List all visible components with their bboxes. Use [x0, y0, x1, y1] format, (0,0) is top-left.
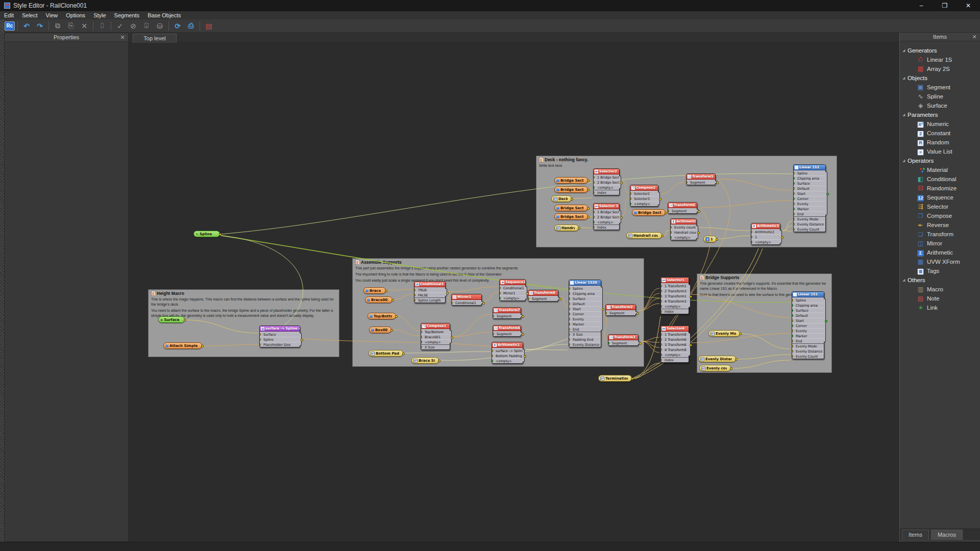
bridge-section004-node[interactable]: Bridge Section004 — [554, 186, 588, 193]
menu-options[interactable]: Options — [62, 12, 89, 19]
spline-node[interactable]: ∿Spline — [193, 231, 220, 237]
box001-node[interactable]: Box001 — [369, 327, 391, 333]
toolbar-grip[interactable] — [0, 19, 4, 33]
bridge-section001-node[interactable]: Bridge Section001 — [554, 177, 588, 184]
termination-node[interactable]: X²Termination — [598, 375, 632, 382]
items-item-compose[interactable]: ❒Compose — [900, 211, 980, 220]
check-style-button[interactable]: ✓ — [114, 20, 126, 32]
items-section-parameters[interactable]: ◢Parameters — [900, 110, 980, 119]
compose1-node[interactable]: ❒Compose1Top/BottomBrace001<empty>X Size — [421, 323, 450, 350]
delete-button[interactable]: ✕ — [78, 20, 90, 32]
items-item-constant[interactable]: 2Constant — [900, 129, 980, 138]
collapse-icon[interactable]: ◢ — [902, 278, 908, 282]
items-item-macro[interactable]: ▥Macro — [900, 285, 980, 294]
copy-button[interactable]: ⧉ — [52, 20, 64, 32]
collapse-icon[interactable]: ◢ — [902, 48, 908, 53]
items-item-value-list[interactable]: ≡Value List — [900, 147, 980, 156]
selector4-node[interactable]: ≔Selector41 Transform82 Transform63 Tran… — [660, 325, 689, 363]
brace-node[interactable]: Brace — [363, 287, 386, 294]
items-item-random[interactable]: RRandom — [900, 138, 980, 147]
notes-button[interactable]: ▤ — [203, 20, 215, 32]
items-item-arithmetic[interactable]: ΣArithmetic — [900, 248, 980, 257]
constant1-node[interactable]: 21 — [703, 236, 717, 242]
bridge-section006-node[interactable]: Bridge Section006 — [554, 213, 588, 220]
collapse-icon[interactable]: ◢ — [902, 113, 908, 117]
items-item-randomize[interactable]: ⚄Randomize — [900, 184, 980, 193]
title-bar[interactable]: Style Editor - RailClone001 –❐✕ — [0, 0, 980, 11]
items-item-mirror[interactable]: ◫Mirror — [900, 239, 980, 248]
mirror1-node[interactable]: ◫Mirror1Conditional1 — [451, 294, 482, 306]
items-item-reverse[interactable]: ↞Reverse — [900, 220, 980, 230]
menu-edit[interactable]: Edit — [0, 12, 18, 19]
items-item-uvw-xform[interactable]: ▦UVW XForm — [900, 257, 980, 266]
items-item-spline[interactable]: ∿Spline — [900, 92, 980, 101]
node-canvas[interactable]: Deck - nothing fancy.Write text hereHeig… — [129, 33, 899, 542]
transform8-node[interactable]: ◳Transform8Segment — [528, 290, 558, 302]
export-button[interactable]: ⎙ — [185, 20, 197, 32]
properties-header[interactable]: Properties ✕ — [5, 33, 128, 42]
collapse-button[interactable]: ⍗ — [140, 20, 153, 32]
transform2-node[interactable]: ◳Transform2Segment — [605, 304, 636, 316]
handrail-count-mult-node[interactable]: X²Handrail count mult — [626, 232, 662, 239]
deck-param-node[interactable]: X²Deck — [551, 195, 572, 202]
items-section-objects[interactable]: ◢Objects — [900, 73, 980, 83]
collapse-icon[interactable]: ◢ — [902, 159, 908, 163]
selector3-node[interactable]: ≔Selector 31 Bridge Sectio2 Bridge Secti… — [593, 203, 620, 230]
brace-size-node[interactable]: X²Brace Size — [411, 357, 439, 364]
menu-select[interactable]: Select — [18, 12, 42, 19]
items-header[interactable]: Items ✕ — [900, 33, 980, 41]
evenly-count-node[interactable]: X²Evenly count — [699, 365, 731, 371]
tab-items[interactable]: Items — [902, 530, 929, 540]
evenly-mode-node[interactable]: X²Evenly Mode — [708, 330, 740, 337]
menu-segments[interactable]: Segments — [110, 12, 144, 19]
close-icon[interactable]: ✕ — [971, 33, 978, 41]
surface-node[interactable]: ◈Surface — [158, 316, 185, 323]
conditional1-node[interactable]: ⊞Conditional1TRUEFALSESpline Length — [414, 281, 446, 303]
transform5-node[interactable]: ◳Transform5Segment — [686, 173, 716, 185]
refresh-button[interactable]: ⟳ — [172, 20, 184, 32]
transform4-node[interactable]: ◳Transform4Segment — [493, 325, 521, 337]
close-button[interactable]: ✕ — [957, 0, 980, 11]
items-item-segment[interactable]: ▣Segment — [900, 83, 980, 92]
items-item-link[interactable]: ✳Link — [900, 303, 980, 312]
top-bottom-node[interactable]: Top/Bottom — [368, 313, 396, 319]
items-section-operators[interactable]: ◢Operators — [900, 156, 980, 165]
arithmetic2-node[interactable]: ΣArithmetic2Evenly countHandrail count n… — [670, 218, 697, 240]
transform7-node[interactable]: ◳Transform7Segment — [493, 307, 521, 319]
items-section-generators[interactable]: ◢Generators — [900, 46, 980, 55]
restore-button[interactable]: ❐ — [933, 0, 957, 11]
items-item-surface[interactable]: ◈Surface — [900, 101, 980, 110]
selector1-node[interactable]: ≔Selector11 Transform12 Transform33 Tran… — [660, 277, 689, 314]
disable-button[interactable]: ⊘ — [127, 20, 139, 32]
items-item-selector[interactable]: ⇶Selector — [900, 202, 980, 211]
transform3-node[interactable]: ◳Transform3Segment — [608, 334, 639, 346]
items-section-others[interactable]: ◢Others — [900, 276, 980, 285]
segment-tool-button[interactable]: ⌷ — [96, 20, 108, 32]
linear-1s2-node[interactable]: ◌Linear 1S2SplineClipping areaSurfaceDef… — [793, 164, 826, 232]
evenly-distance-node[interactable]: X²Evenly Distance — [698, 356, 736, 362]
menu-style[interactable]: Style — [89, 12, 110, 19]
minimize-button[interactable]: – — [910, 0, 933, 11]
transform6-node[interactable]: ◳Transform6Segment — [668, 202, 697, 214]
handrail-param-node[interactable]: X²Handrail — [554, 224, 579, 231]
arithmetic1-node[interactable]: ΣArithmetic1surface -> SplineBottom Padd… — [492, 342, 523, 364]
compose2-node[interactable]: ❒Compose2Selector2Selector3<empty> — [630, 185, 658, 207]
height-macro-node[interactable]: ▥surface -> Spline diSurfaceSplinePlaceh… — [259, 325, 300, 347]
items-item-conditional[interactable]: ◧Conditional — [900, 174, 980, 184]
items-item-linear-1s[interactable]: Linear 1S — [900, 55, 980, 64]
bottom-padding-node[interactable]: X²Bottom Padding — [369, 350, 403, 357]
purge-button[interactable]: ⛁ — [154, 20, 166, 32]
undo-button[interactable]: ↶ — [20, 20, 33, 32]
tab-top-level[interactable]: Top level — [133, 34, 177, 43]
bridge-section002-node[interactable]: Bridge Section002 — [632, 209, 666, 216]
items-item-sequence[interactable]: 12Sequence — [900, 193, 980, 202]
collapse-icon[interactable]: ◢ — [902, 76, 908, 80]
paste-button[interactable]: ⎘ — [65, 20, 77, 32]
close-icon[interactable]: ✕ — [119, 33, 126, 42]
items-item-numeric[interactable]: X²Numeric — [900, 119, 980, 129]
items-item-material[interactable]: Material — [900, 165, 980, 174]
tab-macros[interactable]: Macros — [931, 530, 963, 540]
linear-1s20-node[interactable]: ◌Linear 1S20SplineClipping areaSurfaceDe… — [569, 280, 601, 347]
linear-1s1-node[interactable]: ◌Linear 1S1SplineClipping areaSurfaceDef… — [792, 291, 824, 359]
items-item-array-2s[interactable]: ▦Array 2S — [900, 64, 980, 73]
